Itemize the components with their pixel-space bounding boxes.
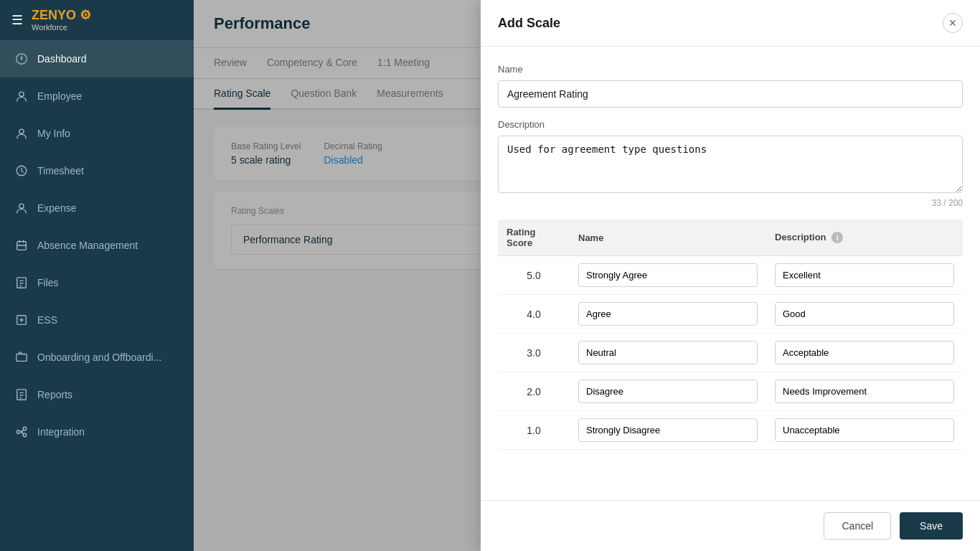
name-input-row[interactable] <box>578 418 758 442</box>
logo-name: ZENYO <box>32 8 76 22</box>
close-button[interactable]: ✕ <box>943 13 963 33</box>
sidebar-label-files: Files <box>37 277 59 288</box>
save-button[interactable]: Save <box>900 512 963 540</box>
name-cell <box>570 256 766 295</box>
sidebar-item-employee[interactable]: Employee <box>0 77 194 115</box>
sidebar-nav: Dashboard Employee My Info Timesheet Exp <box>0 40 194 551</box>
files-icon <box>14 276 29 290</box>
description-input-row[interactable] <box>775 380 954 403</box>
sidebar-item-expense[interactable]: Expense <box>0 189 194 227</box>
col-name: Name <box>570 220 766 256</box>
sidebar-item-myinfo[interactable]: My Info <box>0 115 194 152</box>
sidebar-label-ess: ESS <box>37 314 57 326</box>
cancel-button[interactable]: Cancel <box>824 512 891 540</box>
hamburger-icon[interactable]: ☰ <box>11 12 23 28</box>
description-cell <box>766 334 963 372</box>
reports-icon <box>14 387 29 402</box>
description-cell <box>766 372 963 411</box>
rating-table: Rating Score Name Description i 5.0 4.0 <box>498 220 963 450</box>
sidebar-label-integration: Integration <box>37 426 85 438</box>
description-cell <box>766 256 963 295</box>
onboarding-icon <box>14 350 29 364</box>
name-cell <box>570 372 766 411</box>
svg-point-2 <box>19 92 24 96</box>
table-row: 5.0 <box>498 256 963 295</box>
modal-footer: Cancel Save <box>481 500 980 551</box>
table-row: 1.0 <box>498 411 963 450</box>
name-cell <box>570 411 766 450</box>
sidebar-item-absence[interactable]: Absence Management <box>0 227 194 264</box>
modal-body: Name Description Used for agreement type… <box>481 47 980 500</box>
logo-sub: Workforce <box>32 23 91 32</box>
add-scale-modal: Add Scale ✕ Name Description Used for ag… <box>481 0 980 551</box>
sidebar-item-files[interactable]: Files <box>0 264 194 301</box>
char-count: 33 / 200 <box>498 198 963 208</box>
name-input-row[interactable] <box>578 380 758 403</box>
sidebar-item-dashboard[interactable]: Dashboard <box>0 40 194 77</box>
description-input-row[interactable] <box>775 418 954 442</box>
score-cell: 1.0 <box>498 411 570 450</box>
name-cell <box>570 334 766 372</box>
sidebar-label-onboarding: Onboarding and Offboardi... <box>37 352 161 363</box>
col-score: Rating Score <box>498 220 570 256</box>
sidebar-label-myinfo: My Info <box>37 128 70 139</box>
svg-point-11 <box>17 430 20 434</box>
svg-point-13 <box>23 433 27 437</box>
name-input-row[interactable] <box>578 341 758 364</box>
ess-icon <box>14 313 29 327</box>
sidebar-label-absence: Absence Management <box>37 240 138 251</box>
name-cell <box>570 295 766 334</box>
sidebar-header: ☰ ZENYO ⚙ Workforce <box>0 0 194 40</box>
name-field-label: Name <box>498 64 963 75</box>
sidebar: ☰ ZENYO ⚙ Workforce Dashboard Employee <box>0 0 194 551</box>
score-cell: 3.0 <box>498 334 570 372</box>
score-cell: 5.0 <box>498 256 570 295</box>
svg-point-1 <box>21 58 23 60</box>
absence-icon <box>14 238 29 253</box>
col-description: Description i <box>766 220 963 256</box>
integration-icon <box>14 425 29 439</box>
logo: ZENYO ⚙ Workforce <box>32 9 91 32</box>
name-input[interactable] <box>498 80 963 108</box>
description-input-row[interactable] <box>775 341 954 364</box>
score-cell: 4.0 <box>498 295 570 334</box>
sidebar-item-timesheet[interactable]: Timesheet <box>0 152 194 189</box>
sidebar-item-reports[interactable]: Reports <box>0 376 194 413</box>
description-field-label: Description <box>498 119 963 130</box>
myinfo-icon <box>14 126 29 141</box>
table-row: 4.0 <box>498 295 963 334</box>
svg-rect-9 <box>17 354 27 362</box>
score-cell: 2.0 <box>498 372 570 411</box>
description-textarea[interactable]: Used for agreement type questions <box>498 136 963 193</box>
sidebar-label-expense: Expense <box>37 202 76 214</box>
sidebar-label-dashboard: Dashboard <box>37 53 87 65</box>
modal-header: Add Scale ✕ <box>481 0 980 47</box>
timesheet-icon <box>14 164 29 178</box>
description-info-icon: i <box>831 232 843 243</box>
name-input-row[interactable] <box>578 302 758 326</box>
description-cell <box>766 295 963 334</box>
name-input-row[interactable] <box>578 263 758 287</box>
description-input-row[interactable] <box>775 263 954 287</box>
svg-point-5 <box>19 204 24 208</box>
sidebar-label-employee: Employee <box>37 90 82 102</box>
sidebar-label-timesheet: Timesheet <box>37 165 84 176</box>
sidebar-item-integration[interactable]: Integration <box>0 413 194 451</box>
dashboard-icon <box>14 52 29 66</box>
table-row: 2.0 <box>498 372 963 411</box>
description-input-row[interactable] <box>775 302 954 326</box>
sidebar-item-ess[interactable]: ESS <box>0 301 194 339</box>
table-row: 3.0 <box>498 334 963 372</box>
expense-icon <box>14 201 29 215</box>
modal-title: Add Scale <box>498 16 560 31</box>
sidebar-label-reports: Reports <box>37 389 72 400</box>
sidebar-item-onboarding[interactable]: Onboarding and Offboardi... <box>0 339 194 376</box>
svg-point-3 <box>19 129 24 133</box>
svg-point-12 <box>23 427 27 430</box>
description-cell <box>766 411 963 450</box>
employee-icon <box>14 89 29 103</box>
